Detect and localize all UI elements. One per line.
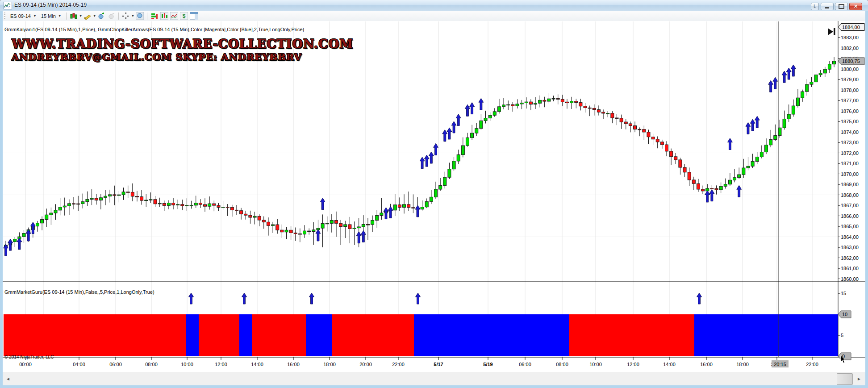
go-to-end-icon[interactable] bbox=[828, 28, 833, 35]
price-axis-label: 1873,00 bbox=[841, 140, 859, 145]
candle-up bbox=[362, 225, 365, 227]
candle-up bbox=[475, 129, 478, 133]
chart-area[interactable]: 1884,001883,001882,001881,001880,001879,… bbox=[3, 21, 865, 372]
candle-up bbox=[185, 205, 188, 206]
time-axis-label: 06:00 bbox=[109, 362, 122, 367]
title-bar[interactable]: ES 09-14 (15 Min) 2014-05-19 L ✕ bbox=[0, 0, 868, 11]
candle-down bbox=[692, 180, 695, 184]
candle-down bbox=[244, 214, 247, 215]
price-axis-label: 1878,00 bbox=[841, 88, 859, 93]
candle-down bbox=[643, 129, 646, 132]
price-axis-label: 1864,00 bbox=[841, 234, 859, 240]
candle-down bbox=[656, 139, 659, 142]
chevron-down-icon[interactable]: ▼ bbox=[93, 14, 96, 18]
price-axis-label: 1861,00 bbox=[841, 266, 859, 271]
candle-up bbox=[90, 198, 93, 199]
close-icon: ✕ bbox=[854, 4, 858, 9]
candle-up bbox=[466, 138, 469, 146]
price-axis-label: 1870,00 bbox=[841, 171, 859, 177]
regime-band-blue bbox=[239, 314, 252, 356]
scrollbar-thumb[interactable] bbox=[837, 373, 853, 385]
horizontal-scrollbar[interactable]: ◄ ► bbox=[3, 372, 865, 385]
candle-up bbox=[190, 205, 193, 206]
candle-up bbox=[108, 195, 112, 196]
price-axis-label: 1865,00 bbox=[841, 224, 859, 229]
candle-up bbox=[497, 107, 501, 112]
candle-down bbox=[366, 225, 369, 225]
candle-up bbox=[13, 239, 17, 242]
maximize-button[interactable] bbox=[835, 3, 848, 10]
drawing-tools-icon[interactable] bbox=[83, 12, 92, 20]
instrument-selector[interactable]: ES 09-14▼ bbox=[8, 11, 39, 21]
panel-icon[interactable] bbox=[189, 12, 198, 20]
candle-down bbox=[335, 221, 338, 224]
crosshair-icon[interactable] bbox=[121, 12, 130, 20]
candle-down bbox=[226, 207, 229, 208]
candle-down bbox=[294, 233, 297, 234]
scroll-right-arrow-icon[interactable]: ► bbox=[855, 373, 864, 384]
candle-down bbox=[543, 100, 546, 101]
candle-down bbox=[249, 215, 252, 217]
close-button[interactable]: ✕ bbox=[849, 3, 862, 10]
candle-up bbox=[570, 101, 573, 103]
mouse-cursor bbox=[840, 355, 847, 365]
toolbar-separator bbox=[118, 13, 119, 20]
zoom-out-icon[interactable] bbox=[107, 12, 116, 20]
watermark-line1: WWW.TRADING-SOFTWARE-COLLECTION.COM bbox=[12, 37, 353, 51]
price-axis-label: 1882,00 bbox=[841, 46, 859, 51]
price-axis-label: 1868,00 bbox=[841, 192, 859, 198]
candle-down bbox=[181, 204, 184, 206]
candle-up bbox=[421, 207, 424, 209]
interval-selector[interactable]: 15 Min▼ bbox=[39, 11, 64, 21]
scroll-left-arrow-icon[interactable]: ◄ bbox=[4, 373, 13, 384]
candle-up bbox=[502, 105, 505, 107]
candle-up bbox=[149, 200, 152, 200]
buy-arrow-icon bbox=[782, 71, 787, 83]
chart-style-icon[interactable] bbox=[69, 12, 78, 20]
data-series-icon[interactable] bbox=[160, 12, 169, 20]
price-axis-label: 1876,00 bbox=[841, 108, 859, 114]
chart-trader-icon[interactable] bbox=[150, 12, 159, 20]
candle-down bbox=[688, 172, 691, 180]
toolbar-grip[interactable] bbox=[4, 13, 5, 19]
zoom-in-icon[interactable] bbox=[97, 12, 106, 20]
candle-down bbox=[407, 204, 410, 208]
candle-up bbox=[733, 178, 736, 180]
candle-up bbox=[50, 213, 53, 215]
candle-down bbox=[217, 205, 220, 207]
candle-up bbox=[719, 186, 722, 190]
candle-up bbox=[194, 203, 197, 205]
buy-arrow-icon bbox=[416, 293, 421, 304]
candle-down bbox=[276, 225, 279, 230]
go-to-end-icon-bar[interactable] bbox=[834, 28, 835, 35]
candle-down bbox=[638, 129, 641, 129]
candle-down bbox=[602, 112, 605, 113]
time-axis-label: 14:00 bbox=[663, 362, 676, 367]
candle-up bbox=[380, 213, 383, 216]
candle-down bbox=[412, 208, 415, 208]
candle-down bbox=[679, 160, 682, 167]
candle-up bbox=[787, 114, 790, 119]
candle-down bbox=[624, 122, 627, 124]
candle-up bbox=[552, 99, 555, 99]
link-button[interactable]: L bbox=[811, 3, 819, 10]
candle-up bbox=[99, 198, 102, 200]
minimize-button[interactable] bbox=[821, 3, 834, 10]
chevron-down-icon[interactable]: ▼ bbox=[79, 14, 83, 18]
buy-arrow-icon bbox=[709, 190, 714, 201]
candle-down bbox=[135, 196, 138, 197]
candle-down bbox=[230, 207, 234, 210]
candle-down bbox=[629, 124, 632, 126]
candle-up bbox=[769, 139, 772, 145]
mini-chart-icon[interactable] bbox=[170, 12, 179, 20]
time-axis-label: 12:00 bbox=[627, 362, 639, 367]
buy-arrow-icon bbox=[356, 232, 361, 243]
chart-canvas[interactable]: 1884,001883,001882,001881,001880,001879,… bbox=[3, 21, 865, 372]
candle-up bbox=[81, 202, 84, 204]
candle-up bbox=[448, 169, 451, 177]
chevron-down-icon[interactable]: ▼ bbox=[131, 14, 135, 18]
magnifier-icon[interactable] bbox=[135, 12, 144, 20]
watermark-line2: ANDREYBBRV@GMAIL.COM SKYPE: ANDREYBBRV bbox=[12, 52, 353, 63]
price-axis-label: 1880,00 bbox=[841, 67, 859, 72]
dollar-icon[interactable]: $ bbox=[179, 12, 188, 20]
